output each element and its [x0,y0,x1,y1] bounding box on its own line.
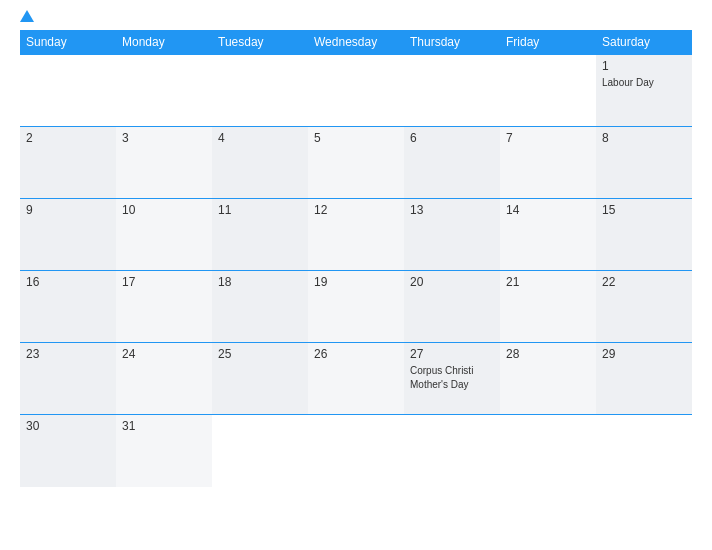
day-number: 6 [410,131,494,145]
day-number: 8 [602,131,686,145]
weekday-header-friday: Friday [500,30,596,55]
day-number: 10 [122,203,206,217]
calendar-cell: 26 [308,343,404,415]
calendar-cell [308,415,404,487]
day-number: 26 [314,347,398,361]
calendar-event: Corpus Christi [410,365,473,376]
day-number: 30 [26,419,110,433]
day-number: 3 [122,131,206,145]
calendar-table: SundayMondayTuesdayWednesdayThursdayFrid… [20,30,692,487]
calendar-cell: 3 [116,127,212,199]
logo [20,10,36,22]
calendar-cell: 29 [596,343,692,415]
calendar-cell [404,55,500,127]
calendar-cell [212,415,308,487]
weekday-header-row: SundayMondayTuesdayWednesdayThursdayFrid… [20,30,692,55]
calendar-cell: 23 [20,343,116,415]
calendar-week-row: 2345678 [20,127,692,199]
calendar-cell: 12 [308,199,404,271]
calendar-cell: 6 [404,127,500,199]
day-number: 16 [26,275,110,289]
day-number: 5 [314,131,398,145]
calendar-cell [212,55,308,127]
calendar-cell: 1Labour Day [596,55,692,127]
calendar-cell: 4 [212,127,308,199]
calendar-cell: 11 [212,199,308,271]
day-number: 20 [410,275,494,289]
day-number: 13 [410,203,494,217]
calendar-event: Mother's Day [410,379,469,390]
calendar-page: SundayMondayTuesdayWednesdayThursdayFrid… [0,0,712,550]
calendar-cell: 20 [404,271,500,343]
calendar-week-row: 3031 [20,415,692,487]
calendar-cell: 24 [116,343,212,415]
calendar-cell [596,415,692,487]
calendar-week-row: 9101112131415 [20,199,692,271]
day-number: 22 [602,275,686,289]
calendar-week-row: 1Labour Day [20,55,692,127]
logo-triangle-icon [20,10,34,22]
calendar-cell: 19 [308,271,404,343]
day-number: 24 [122,347,206,361]
calendar-cell [116,55,212,127]
calendar-cell: 8 [596,127,692,199]
calendar-cell: 16 [20,271,116,343]
day-number: 7 [506,131,590,145]
day-number: 19 [314,275,398,289]
day-number: 27 [410,347,494,361]
calendar-cell [308,55,404,127]
calendar-cell [404,415,500,487]
calendar-cell [500,415,596,487]
calendar-cell: 13 [404,199,500,271]
calendar-cell: 18 [212,271,308,343]
day-number: 11 [218,203,302,217]
day-number: 14 [506,203,590,217]
weekday-header-monday: Monday [116,30,212,55]
day-number: 18 [218,275,302,289]
day-number: 21 [506,275,590,289]
calendar-cell: 17 [116,271,212,343]
day-number: 4 [218,131,302,145]
calendar-event: Labour Day [602,77,654,88]
day-number: 29 [602,347,686,361]
day-number: 9 [26,203,110,217]
calendar-cell: 2 [20,127,116,199]
day-number: 15 [602,203,686,217]
day-number: 17 [122,275,206,289]
day-number: 1 [602,59,686,73]
weekday-header-saturday: Saturday [596,30,692,55]
day-number: 23 [26,347,110,361]
calendar-cell: 25 [212,343,308,415]
header [20,10,692,22]
calendar-cell: 9 [20,199,116,271]
calendar-cell: 22 [596,271,692,343]
calendar-cell [20,55,116,127]
calendar-cell: 27Corpus ChristiMother's Day [404,343,500,415]
calendar-cell: 14 [500,199,596,271]
weekday-header-sunday: Sunday [20,30,116,55]
calendar-week-row: 2324252627Corpus ChristiMother's Day2829 [20,343,692,415]
weekday-header-thursday: Thursday [404,30,500,55]
calendar-cell: 7 [500,127,596,199]
weekday-header-wednesday: Wednesday [308,30,404,55]
calendar-cell: 15 [596,199,692,271]
logo-blue-text [20,10,36,22]
calendar-cell: 30 [20,415,116,487]
calendar-week-row: 16171819202122 [20,271,692,343]
day-number: 28 [506,347,590,361]
calendar-cell [500,55,596,127]
calendar-cell: 31 [116,415,212,487]
day-number: 31 [122,419,206,433]
calendar-cell: 21 [500,271,596,343]
day-number: 12 [314,203,398,217]
calendar-cell: 28 [500,343,596,415]
day-number: 2 [26,131,110,145]
calendar-cell: 5 [308,127,404,199]
calendar-cell: 10 [116,199,212,271]
weekday-header-tuesday: Tuesday [212,30,308,55]
day-number: 25 [218,347,302,361]
